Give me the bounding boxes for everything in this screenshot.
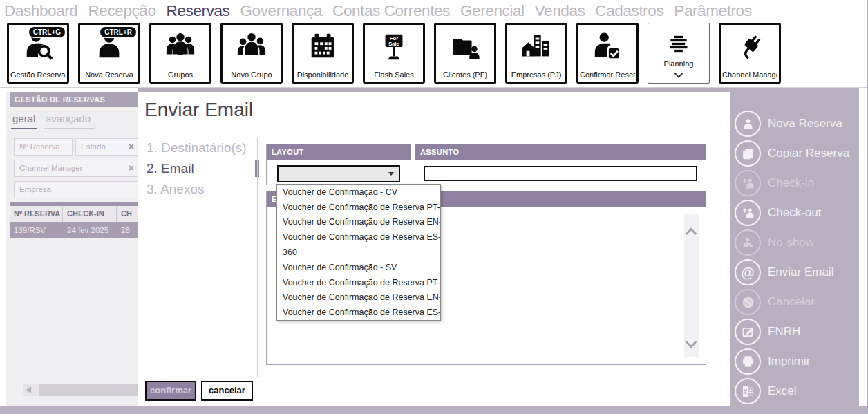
printer-icon xyxy=(741,355,755,369)
col-check-out[interactable]: CH xyxy=(117,206,138,222)
layout-option[interactable]: Voucher de Confirmação de Reserva PT-PT xyxy=(277,275,440,290)
sidebar-action-label: No-show xyxy=(768,236,814,250)
sidebar-action[interactable]: Copiar Reserva xyxy=(735,140,859,167)
sidebar-action[interactable]: Check-in xyxy=(735,170,859,196)
folder-person-icon xyxy=(436,28,494,66)
toolbar-button[interactable]: Confirmar Reservas xyxy=(576,23,639,84)
layout-option[interactable]: Voucher de Confirmação de Reserva EN-US xyxy=(277,290,440,305)
toolbar-button[interactable]: Empresas (PJ) xyxy=(505,23,567,84)
excel-icon xyxy=(741,384,755,399)
layout-option[interactable]: Voucher de Confirmação de Reserva EN-US xyxy=(277,215,440,230)
cancel-button[interactable]: cancelar xyxy=(201,381,253,401)
menu-item[interactable]: Contas Correntes xyxy=(332,2,450,20)
assunto-input[interactable] xyxy=(424,166,697,181)
sidebar-action[interactable]: Imprimir xyxy=(735,348,859,375)
sidebar-action-label: Nova Reserva xyxy=(768,117,842,131)
buildings-icon xyxy=(507,28,565,66)
wizard-step[interactable]: 2. Email xyxy=(147,158,257,179)
layout-combobox[interactable] xyxy=(277,165,400,182)
filter-channel-manager[interactable]: Channel Manager × xyxy=(14,160,138,177)
toolbar-button[interactable]: Clientes (PF) xyxy=(434,23,496,84)
sidebar-action-label: Excel xyxy=(768,384,797,398)
col-check-in[interactable]: CHECK-IN xyxy=(63,206,117,222)
menu-item[interactable]: Dashboard xyxy=(4,2,77,20)
table-header: Nº RESERVA CHECK-IN CH xyxy=(10,206,138,222)
clear-filter-icon[interactable]: × xyxy=(129,139,134,155)
sidebar-action[interactable]: Check-out xyxy=(735,200,859,226)
scroll-down-icon[interactable] xyxy=(686,337,697,348)
sidebar-action-label: Imprimir xyxy=(768,355,810,368)
person-check-icon xyxy=(578,28,636,66)
sidebar-action[interactable]: Cancelar xyxy=(735,289,859,315)
tab-geral[interactable]: geral xyxy=(11,113,37,129)
toolbar-button-label: Novo Grupo xyxy=(224,70,279,79)
menu-item[interactable]: Gerencial xyxy=(460,2,525,20)
sidebar-action-label: Cancelar xyxy=(768,295,815,309)
layout-option[interactable]: Voucher de Confirmação de Reserva PT-PT xyxy=(277,200,440,215)
planning-bars-icon xyxy=(648,27,709,64)
menu-item[interactable]: Recepção xyxy=(88,2,155,20)
toolbar-button[interactable]: CTRL+G Gestão Reservas xyxy=(7,23,69,84)
shortcut-badge: CTRL+R xyxy=(100,26,137,38)
panel-title: GESTÃO DE RESERVAS xyxy=(10,92,138,107)
toolbar-button-label: Planning xyxy=(650,59,708,68)
toolbar-button-label: Grupos xyxy=(153,70,208,79)
wizard-step[interactable]: 3. Anexos xyxy=(147,179,257,200)
for-sale-icon: ForSale xyxy=(365,28,423,66)
confirm-button[interactable]: confirmar xyxy=(145,381,196,401)
group-add-icon xyxy=(223,28,281,66)
person-up-icon xyxy=(741,206,755,220)
layout-option[interactable]: 360 xyxy=(277,245,440,260)
layout-option[interactable]: Voucher de Confirmação de Reserva ES-ES xyxy=(277,229,440,245)
menu-item[interactable]: Governança xyxy=(240,2,322,20)
col-num-reserva[interactable]: Nº RESERVA xyxy=(10,206,63,222)
wizard-step[interactable]: 1. Destinatário(s) xyxy=(147,138,257,158)
calendar-icon xyxy=(294,28,352,66)
clear-filter-icon[interactable]: × xyxy=(129,160,134,176)
toolbar-button[interactable]: Planning xyxy=(648,23,710,84)
vertical-scrollbar[interactable] xyxy=(684,214,699,357)
menu-item[interactable]: Cadastros xyxy=(595,2,663,20)
filter-estado[interactable]: Estado × xyxy=(75,138,138,156)
toolbar-button-label: Nova Reserva xyxy=(82,70,137,79)
sidebar-action[interactable]: Excel xyxy=(735,378,859,404)
filter-empresa[interactable]: Empresa xyxy=(14,181,138,198)
toolbar-button[interactable]: Grupos xyxy=(149,23,211,84)
assunto-group-header: ASSUNTO xyxy=(415,144,706,160)
sidebar-action[interactable]: FNRH xyxy=(735,319,859,345)
sidebar-action[interactable]: Nova Reserva xyxy=(735,111,859,137)
assunto-group: ASSUNTO xyxy=(415,144,706,185)
steps-divider xyxy=(257,138,258,377)
sidebar-action[interactable]: @ Enviar Email xyxy=(735,259,859,285)
person-down-icon xyxy=(741,176,755,191)
toolbar-button[interactable]: Novo Grupo xyxy=(220,23,283,84)
person-noshow-icon xyxy=(741,236,755,250)
status-strip xyxy=(0,406,868,414)
scrollbar-thumb[interactable] xyxy=(39,384,138,396)
scroll-left-icon[interactable] xyxy=(26,386,31,393)
person-s-icon xyxy=(741,117,755,131)
toolbar-button[interactable]: CTRL+R Nova Reserva xyxy=(78,23,140,84)
menu-item[interactable]: Vendas xyxy=(535,2,585,20)
plug-icon xyxy=(721,28,779,66)
horizontal-scrollbar[interactable] xyxy=(23,384,138,396)
menu-item[interactable]: Parâmetros xyxy=(674,2,751,20)
tab-avancado[interactable]: avançado xyxy=(44,113,95,129)
layout-option[interactable]: Voucher de Confirmação - SV xyxy=(277,260,440,275)
layout-option[interactable]: Voucher de Confirmação de Reserva ES-ES xyxy=(277,305,440,320)
toolbar-button[interactable]: ForSale Flash Sales xyxy=(363,23,425,84)
scroll-up-icon[interactable] xyxy=(686,228,697,240)
toolbar-button[interactable]: Disponibilidade xyxy=(292,23,354,84)
filter-num-reserva[interactable]: Nº Reserva xyxy=(14,138,73,156)
sidebar-action-label: FNRH xyxy=(768,325,800,339)
toolbar-button[interactable]: Channel Manager xyxy=(719,23,781,84)
sidebar-action-label: Check-out xyxy=(768,206,821,220)
table-row-selected[interactable]: 139/RSV 24 fev 2025 28 xyxy=(10,222,138,238)
main-menu: Dashboard Recepção Reservas Governança C… xyxy=(4,0,867,21)
menu-item[interactable]: Reservas xyxy=(167,2,230,20)
toolbar-button-label: Channel Manager xyxy=(722,70,777,79)
sidebar-action[interactable]: No-show xyxy=(735,229,859,256)
copy-icon xyxy=(741,147,755,161)
layout-option[interactable]: Voucher de Confirmação - CV xyxy=(277,185,440,200)
toolbar-button-label: Flash Sales xyxy=(366,70,422,79)
